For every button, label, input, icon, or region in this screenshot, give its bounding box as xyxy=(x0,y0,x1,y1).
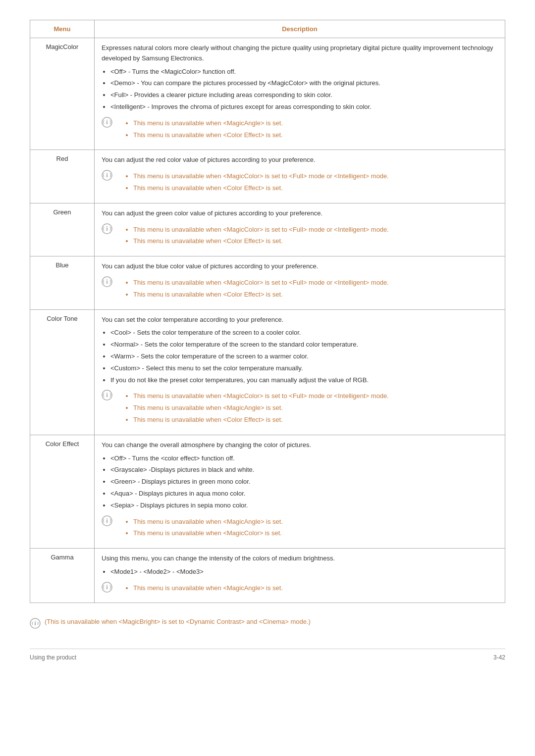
note-item: This menu is unavailable when <Color Eff… xyxy=(133,236,389,247)
desc-bullet-item: If you do not like the preset color temp… xyxy=(110,375,498,386)
desc-bullet-item: <Normal> - Sets the color temperature of… xyxy=(110,340,498,350)
col-header-menu: Menu xyxy=(30,20,95,38)
note-list: This menu is unavailable when <MagicColo… xyxy=(124,278,389,302)
desc-intro: You can adjust the blue color value of p… xyxy=(102,261,498,272)
desc-bullet-item: <Warm> - Sets the color temperature of t… xyxy=(110,352,498,362)
note-box: This menu is unavailable when <MagicAngl… xyxy=(102,515,498,544)
desc-bullets: <Mode1> - <Mode2> - <Mode3> xyxy=(110,567,498,577)
table-row: GammaUsing this menu, you can change the… xyxy=(30,549,505,603)
footer-note: (This is unavailable when <MagicBright> … xyxy=(30,618,505,629)
info-icon xyxy=(30,618,41,629)
desc-bullet-item: <Intelligent> - Improves the chroma of p… xyxy=(110,102,498,112)
note-box: This menu is unavailable when <MagicAngl… xyxy=(102,116,498,145)
table-row: MagicColorExpresses natural colors more … xyxy=(30,38,505,150)
note-list: This menu is unavailable when <MagicAngl… xyxy=(124,118,283,142)
note-list: This menu is unavailable when <MagicColo… xyxy=(124,171,389,195)
col-header-description: Description xyxy=(95,20,505,38)
desc-bullet-item: <Cool> - Sets the color temperature of t… xyxy=(110,328,498,338)
table-row: RedYou can adjust the red color value of… xyxy=(30,150,505,203)
note-list: This menu is unavailable when <MagicColo… xyxy=(124,225,389,249)
desc-bullet-item: <Sepia> - Displays pictures in sepia mon… xyxy=(110,501,498,511)
desc-bullet-item: <Grayscale> -Displays pictures in black … xyxy=(110,465,498,475)
note-item: This menu is unavailable when <MagicAngl… xyxy=(133,403,389,413)
footer-right: 3-42 xyxy=(493,654,505,661)
desc-bullets: <Off> - Turns the <MagicColor> function … xyxy=(110,67,498,112)
svg-point-8 xyxy=(107,226,107,227)
svg-point-11 xyxy=(107,279,107,280)
note-item: This menu is unavailable when <MagicColo… xyxy=(133,225,389,235)
note-icon xyxy=(102,276,112,287)
note-icon xyxy=(102,117,112,128)
desc-intro: You can change the overall atmosphere by… xyxy=(102,440,498,451)
note-box: This menu is unavailable when <MagicColo… xyxy=(102,276,498,304)
desc-bullet-item: <Demo> - You can compare the pictures pr… xyxy=(110,78,498,89)
main-table: Menu Description MagicColorExpresses nat… xyxy=(30,20,505,603)
note-item: This menu is unavailable when <Color Eff… xyxy=(133,130,283,141)
note-item: This menu is unavailable when <MagicColo… xyxy=(133,171,389,182)
desc-bullets: <Off> - Turns the <color effect> functio… xyxy=(110,454,498,511)
table-row: Color EffectYou can change the overall a… xyxy=(30,435,505,548)
table-row: BlueYou can adjust the blue color value … xyxy=(30,256,505,309)
note-box: This menu is unavailable when <MagicAngl… xyxy=(102,581,498,598)
desc-bullet-item: <Mode1> - <Mode2> - <Mode3> xyxy=(110,567,498,577)
desc-cell-blue: You can adjust the blue color value of p… xyxy=(95,256,505,309)
menu-cell-magiccolor: MagicColor xyxy=(30,38,95,150)
desc-intro: Using this menu, you can change the inte… xyxy=(102,554,498,564)
desc-bullet-item: <Full> - Provides a clearer picture incl… xyxy=(110,90,498,101)
menu-cell-color-tone: Color Tone xyxy=(30,309,95,435)
desc-bullet-item: <Off> - Turns the <MagicColor> function … xyxy=(110,67,498,77)
note-item: This menu is unavailable when <Color Eff… xyxy=(133,415,389,425)
svg-point-5 xyxy=(107,173,107,174)
desc-cell-magiccolor: Expresses natural colors more clearly wi… xyxy=(95,38,505,150)
note-item: This menu is unavailable when <MagicAngl… xyxy=(133,583,283,594)
note-box: This menu is unavailable when <MagicColo… xyxy=(102,223,498,252)
desc-bullets: <Cool> - Sets the color temperature of t… xyxy=(110,328,498,385)
desc-cell-color-effect: You can change the overall atmosphere by… xyxy=(95,435,505,548)
note-list: This menu is unavailable when <MagicAngl… xyxy=(124,517,283,541)
desc-intro: Expresses natural colors more clearly wi… xyxy=(102,43,498,64)
note-box: This menu is unavailable when <MagicColo… xyxy=(102,169,498,198)
footer-left: Using the product xyxy=(30,654,76,661)
svg-point-2 xyxy=(107,120,107,121)
desc-intro: You can set the color temperature accord… xyxy=(102,315,498,325)
svg-point-23 xyxy=(35,621,36,622)
note-box: This menu is unavailable when <MagicColo… xyxy=(102,389,498,429)
note-icon xyxy=(102,170,112,181)
menu-cell-blue: Blue xyxy=(30,256,95,309)
svg-point-14 xyxy=(107,393,107,394)
desc-cell-color-tone: You can set the color temperature accord… xyxy=(95,309,505,435)
svg-point-20 xyxy=(107,585,107,586)
note-item: This menu is unavailable when <Color Eff… xyxy=(133,183,389,194)
desc-cell-green: You can adjust the green color value of … xyxy=(95,203,505,256)
note-icon xyxy=(102,390,112,401)
menu-cell-gamma: Gamma xyxy=(30,549,95,603)
page-footer: Using the product 3-42 xyxy=(30,649,505,661)
table-row: GreenYou can adjust the green color valu… xyxy=(30,203,505,256)
note-item: This menu is unavailable when <MagicAngl… xyxy=(133,118,283,129)
note-list: This menu is unavailable when <MagicColo… xyxy=(124,391,389,426)
desc-cell-gamma: Using this menu, you can change the inte… xyxy=(95,549,505,603)
menu-cell-color-effect: Color Effect xyxy=(30,435,95,548)
desc-bullet-item: <Off> - Turns the <color effect> functio… xyxy=(110,454,498,464)
desc-bullet-item: <Aqua> - Displays pictures in aqua mono … xyxy=(110,489,498,499)
note-icon xyxy=(102,223,112,234)
menu-cell-green: Green xyxy=(30,203,95,256)
note-item: This menu is unavailable when <MagicColo… xyxy=(133,278,389,288)
desc-cell-red: You can adjust the red color value of pi… xyxy=(95,150,505,203)
desc-bullet-item: <Green> - Displays pictures in green mon… xyxy=(110,477,498,487)
note-icon xyxy=(102,515,112,526)
note-item: This menu is unavailable when <MagicColo… xyxy=(133,528,283,539)
footer-note-text: (This is unavailable when <MagicBright> … xyxy=(45,618,311,625)
note-list: This menu is unavailable when <MagicAngl… xyxy=(124,583,283,595)
desc-intro: You can adjust the green color value of … xyxy=(102,208,498,219)
note-item: This menu is unavailable when <Color Eff… xyxy=(133,290,389,300)
note-icon xyxy=(102,582,112,593)
desc-bullet-item: <Custom> - Select this menu to set the c… xyxy=(110,363,498,374)
svg-point-17 xyxy=(107,518,107,519)
note-item: This menu is unavailable when <MagicColo… xyxy=(133,391,389,402)
menu-cell-red: Red xyxy=(30,150,95,203)
desc-intro: You can adjust the red color value of pi… xyxy=(102,155,498,165)
table-row: Color ToneYou can set the color temperat… xyxy=(30,309,505,435)
note-item: This menu is unavailable when <MagicAngl… xyxy=(133,517,283,527)
